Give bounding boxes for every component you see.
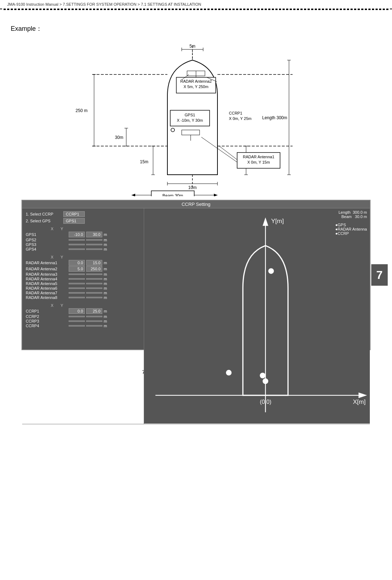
radar3-row: RADAR Antenna3 m — [26, 272, 140, 276]
breadcrumb: JMA-9100 Instruction Manual > 7.SETTINGS… — [0, 0, 392, 9]
label-length-300m: Length 300m — [262, 115, 287, 120]
main-content: Example： 5m — [0, 10, 392, 361]
select-gps-row: 2. Select GPS GPS1 — [26, 218, 140, 224]
svg-rect-45 — [144, 209, 370, 423]
label-gps1-coords: X -10m, Y 30m — [177, 118, 203, 122]
legend: ●GPS ●RADAR Antenna ●CCRP — [335, 223, 367, 236]
legend-gps: ●GPS — [335, 223, 367, 227]
diagram-container: 5m 250 m 30m 15m Length 300m — [71, 24, 321, 196]
radar7-row: RADAR Antenna7 m — [26, 291, 140, 295]
svg-rect-39 — [182, 130, 200, 135]
side-badge: 7 — [371, 264, 388, 286]
radar-header-x: X — [51, 255, 53, 259]
svg-point-53 — [263, 378, 268, 384]
ccrp-plot: Length 300.0 m Beam 30.0 m ●GPS ●RADAR A… — [144, 208, 370, 424]
ccrp-header-y: Y — [60, 303, 63, 308]
gps2-row: GPS2 m — [26, 238, 140, 242]
radar8-row: RADAR Antenna8 m — [26, 295, 140, 300]
label-radar2-coords: X 5m, Y 250m — [183, 84, 208, 89]
radar2-row: RADAR Antenna2 5.0 250.0 m — [26, 266, 140, 272]
gps3-row: GPS3 m — [26, 242, 140, 247]
radar6-row: RADAR Antenna6 m — [26, 286, 140, 290]
label-15m: 15m — [140, 159, 148, 164]
label-30m: 30m — [115, 135, 123, 140]
label-beam-30m: Beam 30m — [162, 193, 183, 196]
select-ccrp-row: 1. Select CCRP CCRP1 — [26, 211, 140, 217]
x-axis-label: X[m] — [353, 398, 366, 405]
gps-header: X Y — [26, 227, 140, 231]
diagram-svg: 5m 250 m 30m 15m Length 300m — [71, 24, 321, 196]
example-label: Example： — [11, 24, 42, 33]
radar-header-y: Y — [60, 255, 63, 259]
radar1-row: RADAR Antenna1 0.0 15.0 m — [26, 260, 140, 266]
gps4-row: GPS4 m — [26, 247, 140, 251]
label-radar2: RADAR Antenna2 — [180, 79, 212, 83]
ccrp-header-x: X — [51, 303, 53, 308]
gps-header-x: X — [51, 227, 53, 231]
select-gps-label: 2. Select GPS — [26, 219, 62, 223]
plot-info: Length 300.0 m Beam 30.0 m — [338, 210, 367, 219]
gps-header-y: Y — [60, 227, 63, 231]
select-ccrp-label: 1. Select CCRP — [26, 212, 62, 216]
ccrp-data-section: X Y CCRP1 0.0 25.0 m CCRP2 m — [26, 303, 140, 328]
ccrp1-row: CCRP1 0.0 25.0 m — [26, 308, 140, 314]
radar4-row: RADAR Antenna4 m — [26, 277, 140, 281]
svg-point-41 — [171, 128, 175, 132]
origin-label: (0,0) — [260, 399, 271, 405]
ccrp-left: 1. Select CCRP CCRP1 2. Select GPS GPS1 … — [22, 208, 144, 424]
gps-section: X Y GPS1 -10.0 30.0 m GPS2 m — [26, 227, 140, 251]
beam-info: Beam 30.0 m — [338, 214, 367, 219]
select-gps-value[interactable]: GPS1 — [63, 218, 85, 224]
label-radar1-coords: X 0m, Y 15m — [247, 160, 270, 164]
plot-svg: Y[m] X[m] (0,0) — [144, 208, 370, 424]
label-gps1: GPS1 — [185, 113, 195, 117]
ccrp-panel-title: CCRP Setting — [22, 200, 370, 208]
label-ccrp1-coords: X 0m, Y 25m — [229, 116, 251, 121]
svg-point-50 — [268, 268, 274, 274]
ccrp-body: 1. Select CCRP CCRP1 2. Select GPS GPS1 … — [22, 208, 370, 424]
ccrp4-row: CCRP4 m — [26, 324, 140, 328]
radar-section: X Y RADAR Antenna1 0.0 15.0 m RADAR Ante… — [26, 255, 140, 300]
ccrp-exit: 0. Exit — [22, 424, 370, 432]
svg-marker-32 — [214, 194, 217, 196]
radar-header: X Y — [26, 255, 140, 259]
svg-marker-30 — [132, 194, 135, 196]
select-ccrp-value[interactable]: CCRP1 — [63, 211, 85, 217]
label-radar1: RADAR Antenna1 — [243, 155, 274, 159]
ccrp2-row: CCRP2 m — [26, 314, 140, 319]
ccrp3-row: CCRP3 m — [26, 319, 140, 323]
gps1-row: GPS1 -10.0 30.0 m — [26, 232, 140, 237]
ccrp-data-header: X Y — [26, 303, 140, 308]
legend-ccrp: ●CCRP — [335, 231, 367, 236]
label-10m: 10m — [188, 185, 196, 190]
length-info: Length 300.0 m — [338, 210, 367, 214]
y-axis-label: Y[m] — [271, 217, 284, 224]
ccrp-panel: CCRP Setting 1. Select CCRP CCRP1 2. Sel… — [21, 200, 371, 350]
radar5-row: RADAR Antenna5 m — [26, 281, 140, 286]
svg-line-43 — [201, 137, 237, 162]
svg-point-51 — [260, 373, 265, 378]
svg-line-42 — [219, 146, 237, 160]
label-250m: 250 m — [75, 108, 87, 113]
label-ccrp1: CCRP1 — [229, 111, 242, 115]
label-5m: 5m — [190, 44, 196, 49]
svg-point-52 — [226, 370, 232, 376]
legend-radar: ●RADAR Antenna — [335, 227, 367, 231]
